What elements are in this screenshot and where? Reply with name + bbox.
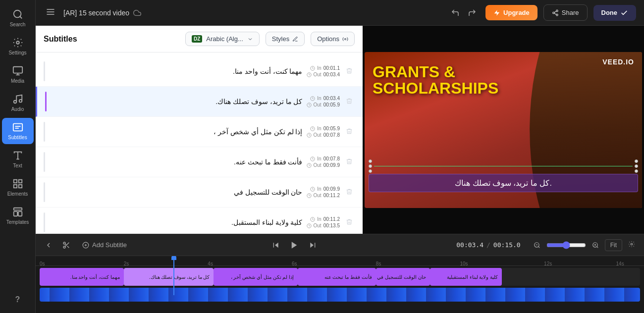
share-button[interactable]: Share <box>543 4 588 21</box>
subtitle-item[interactable]: مهما كنت، أنت واحد منا. In 00:01.1 Out 0… <box>36 56 363 87</box>
scissors-button[interactable] <box>59 238 73 252</box>
time-in: 00:05.9 <box>323 126 340 131</box>
svg-point-7 <box>19 100 22 103</box>
sidebar-item-templates-label: Templates <box>6 219 29 225</box>
upgrade-button[interactable]: Upgrade <box>485 5 537 20</box>
back-button[interactable] <box>42 238 55 252</box>
svg-marker-53 <box>310 242 314 248</box>
subtitle-item[interactable]: كلية ولاية لبناء المستقبل. In 00:11.2 Ou… <box>36 208 363 234</box>
handle-dot <box>635 159 638 163</box>
in-label: In <box>317 96 321 101</box>
ruler-mark-12s: 12s <box>544 261 552 266</box>
done-button[interactable]: Done <box>593 5 637 21</box>
timeline-clip[interactable]: حان الوقت للتسجيل في <box>376 268 430 286</box>
subtitle-bar <box>44 61 45 81</box>
clock-icon <box>307 72 312 77</box>
options-label: Options <box>317 35 339 43</box>
options-button[interactable]: Options <box>311 32 355 46</box>
subtitle-times: In 00:05.9 Out 00:07.8 <box>307 126 340 138</box>
fit-label: Fit <box>610 242 617 249</box>
time-out: 00:11.2 <box>323 193 340 198</box>
timeline-clip[interactable]: كلية ولاية لبناء المستقبلية <box>430 268 502 286</box>
video-background: GRANTS & SCHOLARSHIPS VEED.IO <box>365 52 642 208</box>
timeline-clip[interactable]: مهما كنت، أنت واحد منا. <box>40 268 124 286</box>
time-out-row: Out 00:07.8 <box>307 132 340 138</box>
zoom-slider[interactable] <box>546 241 586 249</box>
ruler-mark-2s: 2s <box>124 261 129 266</box>
ruler-mark-14s: 14s <box>616 261 624 266</box>
timeline-ruler: 0s 2s 4s 6s 8s 10s 12s 14s <box>36 256 644 266</box>
subtitles-icon <box>12 122 23 133</box>
clock-icon <box>310 187 315 192</box>
sidebar-item-text[interactable]: Text <box>2 146 34 172</box>
sidebar-item-subtitles[interactable]: Subtitles <box>2 118 34 144</box>
audio-icon <box>12 94 23 104</box>
zoom-in-button[interactable] <box>589 239 602 252</box>
subtitle-item[interactable]: حان الوقت للتسجيل في In 00:09.9 Out 00:1… <box>36 177 363 208</box>
subtitle-text: كل ما تريد، سوف تصلك هناك. <box>51 97 303 107</box>
delete-subtitle-button[interactable] <box>344 186 355 199</box>
svg-point-6 <box>13 101 16 104</box>
trash-icon <box>346 188 353 195</box>
selection-handles-top <box>369 159 638 173</box>
video-title-area: [AR] 15 second video <box>63 9 442 17</box>
subtitle-area: كل ما تريد، سوف تصلك هناك. <box>369 159 638 192</box>
subtitles-title: Subtitles <box>44 35 179 44</box>
delete-subtitle-button[interactable] <box>344 96 355 108</box>
subtitle-item[interactable]: فأنت فقط ما تبحث عنه. In 00:07.8 Out 00:… <box>36 147 363 177</box>
rewind-button[interactable] <box>269 238 283 252</box>
sidebar-item-elements[interactable]: Elements <box>2 174 34 201</box>
fit-button[interactable]: Fit <box>605 239 622 251</box>
sidebar-item-media[interactable]: Media <box>2 61 34 88</box>
current-time: 00:03.4 <box>456 241 483 249</box>
fast-forward-icon <box>309 241 317 249</box>
sidebar-item-settings[interactable]: Settings <box>2 33 34 59</box>
time-in-row: In 00:09.9 <box>310 186 340 192</box>
zoom-out-button[interactable] <box>531 239 543 252</box>
play-button[interactable] <box>287 238 302 253</box>
working-area: Subtitles DZ Arabic (Alg... Styles Optio… <box>36 26 644 234</box>
clock-icon <box>310 66 315 71</box>
time-in: 00:09.9 <box>323 186 340 192</box>
styles-button[interactable]: Styles <box>266 32 305 46</box>
add-subtitle-button[interactable]: Add Subtitle <box>77 238 132 252</box>
time-out-row: Out 00:03.4 <box>307 72 340 77</box>
in-label: In <box>317 216 321 222</box>
svg-point-0 <box>13 10 21 18</box>
undo-button[interactable] <box>448 5 463 20</box>
timeline-clip[interactable]: كل ما تريد، سوف تصلك هناك. <box>124 268 214 286</box>
timeline-ruler-area: 0s 2s 4s 6s 8s 10s 12s 14s مهما كنت، أنت… <box>36 256 644 313</box>
add-subtitle-label: Add Subtitle <box>92 241 127 249</box>
trash-icon <box>346 128 353 135</box>
redo-button[interactable] <box>465 5 480 20</box>
timeline-clip[interactable]: إذا لم تكن مثل أي شخص آخر ، <box>214 268 298 286</box>
svg-line-56 <box>538 246 539 248</box>
clock-icon <box>310 126 315 131</box>
timeline-clip[interactable]: فأنت فقط ما تبحث عنه <box>298 268 376 286</box>
time-out: 00:09.9 <box>323 162 340 168</box>
svg-rect-17 <box>13 208 22 210</box>
subtitle-item[interactable]: كل ما تريد، سوف تصلك هناك. In 00:03.4 Ou… <box>36 87 363 117</box>
timeline-settings-button[interactable] <box>625 238 638 252</box>
sidebar-item-audio[interactable]: Audio <box>2 90 34 116</box>
right-handle <box>635 159 638 173</box>
menu-button[interactable] <box>44 5 57 20</box>
handle-dot <box>369 169 372 173</box>
delete-subtitle-button[interactable] <box>344 126 355 138</box>
back-icon <box>45 241 53 249</box>
subtitle-item[interactable]: إذا لم تكن مثل أي شخص آخر ، In 00:05.9 O… <box>36 117 363 147</box>
trash-icon <box>346 158 353 165</box>
language-selector[interactable]: DZ Arabic (Alg... <box>185 32 260 46</box>
sidebar-item-templates[interactable]: Templates <box>2 203 34 229</box>
sidebar-item-media-label: Media <box>11 78 24 84</box>
svg-marker-23 <box>494 10 500 16</box>
sidebar-item-search[interactable]: Search <box>2 5 34 31</box>
delete-subtitle-button[interactable] <box>344 156 355 168</box>
clock-icon <box>310 96 315 101</box>
delete-subtitle-button[interactable] <box>344 65 355 78</box>
time-out: 00:07.8 <box>323 132 340 138</box>
fast-forward-button[interactable] <box>306 238 320 252</box>
sidebar-item-help[interactable]: ? <box>2 291 34 308</box>
svg-point-26 <box>556 14 558 16</box>
delete-subtitle-button[interactable] <box>344 216 355 229</box>
